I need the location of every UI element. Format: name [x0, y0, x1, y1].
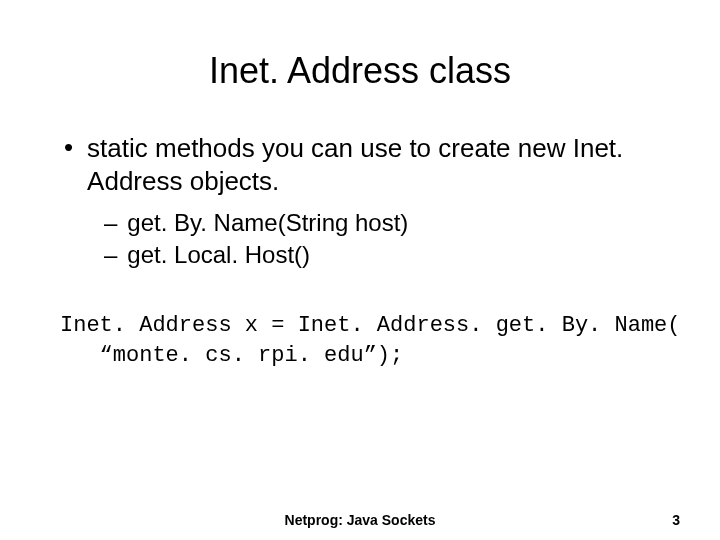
bullet-main-text: static methods you can use to create new… [87, 132, 660, 197]
slide-title: Inet. Address class [60, 50, 660, 92]
dash-icon: – [104, 209, 117, 237]
bullet-sub-1: – get. By. Name(String host) [104, 209, 660, 237]
code-line-2: “monte. cs. rpi. edu”); [60, 343, 403, 368]
footer-page-number: 3 [672, 512, 680, 528]
code-block: Inet. Address x = Inet. Address. get. By… [60, 311, 660, 370]
bullet-sub-1-text: get. By. Name(String host) [127, 209, 408, 237]
dash-icon: – [104, 241, 117, 269]
bullet-dot-icon: • [64, 132, 73, 163]
footer-center-text: Netprog: Java Sockets [285, 512, 436, 528]
bullet-sub-2-text: get. Local. Host() [127, 241, 310, 269]
bullet-main: • static methods you can use to create n… [60, 132, 660, 197]
code-line-1: Inet. Address x = Inet. Address. get. By… [60, 313, 681, 338]
bullet-sub-2: – get. Local. Host() [104, 241, 660, 269]
